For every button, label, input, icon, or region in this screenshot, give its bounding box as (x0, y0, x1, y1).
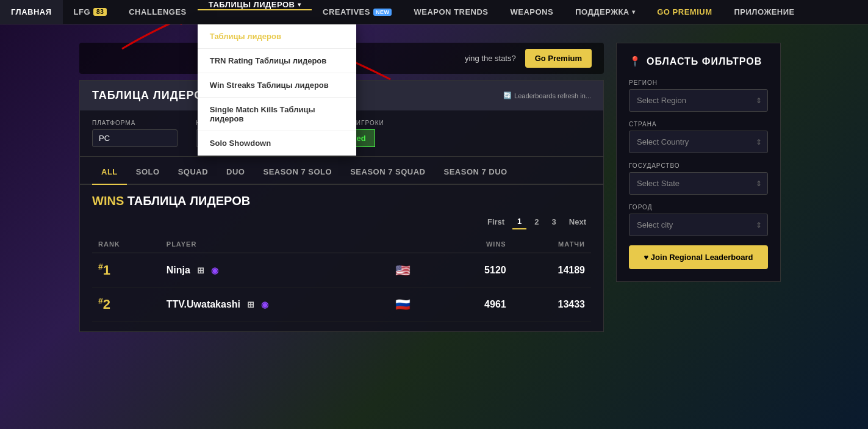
wins-yellow-label: WINS (92, 194, 124, 207)
player-name-uwatakashi[interactable]: TTV.Uwatakashi (167, 299, 240, 310)
city-select[interactable]: Select city (629, 214, 768, 236)
page-3-button[interactable]: 3 (547, 215, 561, 229)
windows-icon-2: ⊞ (245, 299, 256, 310)
right-panel: 📍 ОБЛАСТЬ ФИЛЬТРОВ РЕГИОН Select Region … (616, 43, 781, 332)
country-select[interactable]: Select Country (629, 131, 768, 153)
windows-icon: ⊞ (195, 265, 206, 276)
chevron-down-icon: ▾ (298, 1, 301, 8)
nav-challenges[interactable]: CHALLENGES (118, 0, 198, 24)
state-field: ГОСУДАРСТВО Select State (629, 162, 768, 195)
nav-support[interactable]: ПОДДЕРЖКА ▾ (564, 0, 646, 24)
dropdown-single-match[interactable]: Single Match Kills Таблицы лидеров (198, 98, 356, 131)
go-premium-button[interactable]: Go Premium (525, 49, 592, 68)
tab-season7-squad[interactable]: SEASON 7 SQUAD (341, 160, 434, 185)
nav-creatives[interactable]: CREATIVES NEW (312, 0, 403, 24)
rank-2: #2 (98, 296, 154, 312)
flag-us: 🇺🇸 (395, 264, 411, 277)
tab-season7-duo[interactable]: SEASON 7 DUO (434, 160, 516, 185)
table-row: #2 TTV.Uwatakashi ⊞ ◉ (92, 287, 591, 322)
premium-banner-text: ying the stats? (465, 54, 516, 63)
nav-home[interactable]: ГЛАВНАЯ (0, 0, 63, 24)
city-field: ГОРОД Select city (629, 204, 768, 236)
nav-go-premium[interactable]: GO PREMIUM (646, 0, 723, 24)
nav-creatives-label: CREATIVES (323, 7, 370, 16)
filter-panel: 📍 ОБЛАСТЬ ФИЛЬТРОВ РЕГИОН Select Region … (616, 43, 781, 282)
nav-weapon-trends[interactable]: WEAPON TRENDS (403, 0, 499, 24)
wins-title: WINS ТАБЛИЦА ЛИДЕРОВ (92, 194, 591, 208)
state-select-wrapper: Select State (629, 172, 768, 195)
lfg-badge: 83 (93, 8, 107, 16)
tab-all[interactable]: ALL (92, 160, 127, 185)
refresh-status: 🔄 Leaderboards refresh in... (503, 92, 591, 99)
nav-support-label: ПОДДЕРЖКА (575, 7, 629, 16)
dropdown-solo-showdown[interactable]: Solo Showdown (198, 131, 356, 156)
dropdown-trn-rating[interactable]: TRN Rating Таблицы лидеров (198, 49, 356, 73)
nav-leaderboards-label: ТАБЛИЦЫ ЛИДЕРОВ (209, 0, 295, 9)
leaderboard-table: RANK PLAYER WINS МАТЧИ #1 (92, 236, 591, 322)
page-2-button[interactable]: 2 (529, 215, 543, 229)
state-label: ГОСУДАРСТВО (629, 162, 768, 169)
twitch-icon-2: ◉ (261, 300, 268, 309)
page-1-button[interactable]: 1 (512, 214, 526, 229)
join-regional-button[interactable]: ♥ Join Regional Leaderboard (629, 245, 768, 269)
player-name-ninja[interactable]: Ninja (167, 265, 190, 276)
nav-app[interactable]: ПРИЛОЖЕНИЕ (723, 0, 805, 24)
nav-lfg-label: LFG (74, 7, 91, 16)
flag-ru: 🇷🇺 (395, 298, 411, 311)
nav-lfg[interactable]: LFG 83 (63, 0, 118, 24)
tab-season7-solo[interactable]: SEASON 7 SOLO (254, 160, 341, 185)
city-label: ГОРОД (629, 204, 768, 211)
leaderboard-table-section: WINS ТАБЛИЦА ЛИДЕРОВ First 1 2 3 Next RA… (80, 185, 603, 331)
rank-1: #1 (98, 262, 154, 278)
region-select-wrapper: Select Region (629, 89, 768, 112)
leaderboard-title: ТАБЛИЦА ЛИДЕРОВ (92, 89, 212, 102)
player-uwatakashi: TTV.Uwatakashi ⊞ ◉ (167, 299, 383, 310)
region-field: РЕГИОН Select Region (629, 79, 768, 112)
support-chevron-icon: ▾ (632, 9, 636, 15)
wins-ninja: 5120 (444, 253, 512, 287)
country-select-wrapper: Select Country (629, 131, 768, 153)
pagination: First 1 2 3 Next (92, 214, 591, 229)
first-page-button[interactable]: First (482, 215, 509, 229)
col-wins: WINS (444, 236, 512, 253)
region-label: РЕГИОН (629, 79, 768, 86)
refresh-label: Leaderboards refresh in... (514, 92, 591, 99)
location-icon: 📍 (629, 56, 642, 67)
nav-leaderboards[interactable]: ТАБЛИЦЫ ЛИДЕРОВ ▾ (198, 0, 312, 10)
table-row: #1 Ninja ⊞ ◉ 🇺🇸 (92, 253, 591, 287)
player-ninja: Ninja ⊞ ◉ (167, 265, 383, 276)
tab-duo[interactable]: DUO (217, 160, 254, 185)
col-matches: МАТЧИ (512, 236, 591, 253)
wins-subtitle: ТАБЛИЦА ЛИДЕРОВ (127, 194, 250, 207)
nav-weapons[interactable]: WEAPONS (500, 0, 565, 24)
navbar: ГЛАВНАЯ LFG 83 CHALLENGES ТАБЛИЦЫ ЛИДЕРО… (0, 0, 868, 24)
col-player: PLAYER (160, 236, 389, 253)
city-select-wrapper: Select city (629, 214, 768, 236)
platform-select[interactable]: PC (92, 129, 178, 147)
twitch-icon: ◉ (211, 265, 218, 275)
state-select[interactable]: Select State (629, 172, 768, 195)
leaderboard-tabs: ALL SOLO SQUAD DUO SEASON 7 SOLO SEASON … (80, 160, 603, 185)
filter-panel-title: 📍 ОБЛАСТЬ ФИЛЬТРОВ (629, 56, 768, 67)
tab-squad[interactable]: SQUAD (169, 160, 217, 185)
leaderboards-dropdown: Таблицы лидеров TRN Rating Таблицы лидер… (198, 24, 356, 156)
tab-solo[interactable]: SOLO (127, 160, 169, 185)
nav-leaderboards-wrapper: ТАБЛИЦЫ ЛИДЕРОВ ▾ Таблицы лидеров TRN Ra… (198, 0, 312, 24)
dropdown-leaderboards-main[interactable]: Таблицы лидеров (198, 24, 356, 49)
country-field: СТРАНА Select Country (629, 121, 768, 153)
col-rank: RANK (92, 236, 160, 253)
new-badge: NEW (373, 9, 392, 16)
filter-title-text: ОБЛАСТЬ ФИЛЬТРОВ (647, 56, 762, 67)
refresh-icon: 🔄 (503, 92, 512, 99)
next-page-button[interactable]: Next (564, 215, 591, 229)
matches-ninja: 14189 (512, 253, 591, 287)
dropdown-win-streaks[interactable]: Win Streaks Таблицы лидеров (198, 73, 356, 98)
country-label: СТРАНА (629, 121, 768, 128)
matches-uwatakashi: 13433 (512, 287, 591, 322)
region-select[interactable]: Select Region (629, 89, 768, 112)
main-content: ying the stats? Go Premium ТАБЛИЦА ЛИДЕР… (0, 31, 868, 344)
platform-filter-group: ПЛАТФОРМА PC (92, 120, 178, 147)
platform-label: ПЛАТФОРМА (92, 120, 178, 126)
wins-uwatakashi: 4961 (444, 287, 512, 322)
